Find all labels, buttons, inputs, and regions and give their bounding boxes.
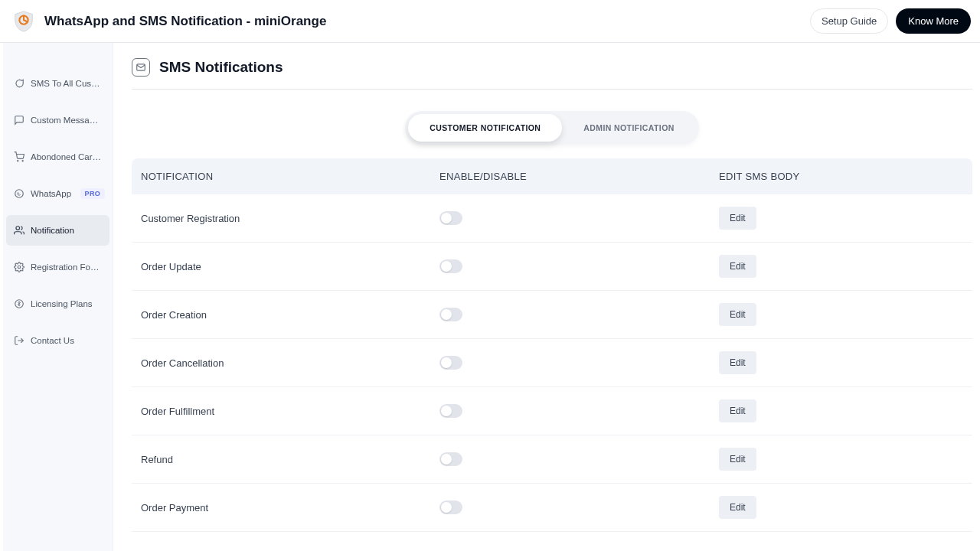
header-left: WhatsApp and SMS Notification - miniOran…	[12, 10, 326, 33]
app-header: WhatsApp and SMS Notification - miniOran…	[0, 0, 980, 43]
whatsapp-icon	[14, 188, 24, 199]
page-title: SMS Notifications	[159, 59, 283, 76]
sidebar-item-label: Contact Us	[31, 336, 74, 345]
notification-tabs: CUSTOMER NOTIFICATION ADMIN NOTIFICATION	[405, 111, 699, 145]
sidebar-item-label: Custom Messages	[31, 116, 102, 125]
sidebar-item-label: Registration Form Set...	[31, 262, 102, 272]
tab-customer-notification[interactable]: CUSTOMER NOTIFICATION	[408, 114, 562, 142]
row-name: Customer Registration	[141, 213, 439, 224]
sidebar-item-label: Licensing Plans	[31, 299, 93, 308]
sidebar-item-licensing-plans[interactable]: Licensing Plans	[6, 289, 109, 319]
svg-point-2	[22, 161, 23, 161]
message-square-icon	[14, 115, 24, 126]
enable-toggle[interactable]	[439, 404, 462, 418]
row-name: Refund	[141, 454, 439, 465]
notifications-table: NOTIFICATION ENABLE/DISABLE EDIT SMS BOD…	[132, 158, 972, 532]
svg-point-1	[18, 161, 18, 161]
users-icon	[14, 225, 24, 236]
svg-point-4	[16, 227, 20, 230]
row-name: Order Creation	[141, 309, 439, 321]
enable-toggle[interactable]	[439, 308, 462, 321]
mail-icon	[132, 58, 150, 77]
sidebar-item-contact-us[interactable]: Contact Us	[6, 325, 109, 356]
sidebar-item-label: Abondoned Cart Noti...	[31, 152, 102, 161]
enable-toggle[interactable]	[439, 259, 462, 273]
column-edit-sms-body: EDIT SMS BODY	[719, 171, 963, 182]
sidebar-item-custom-messages[interactable]: Custom Messages	[6, 105, 109, 135]
edit-button[interactable]: Edit	[719, 255, 756, 278]
table-row: Customer Registration Edit	[132, 194, 972, 243]
pro-badge: PRO	[80, 188, 105, 199]
enable-toggle[interactable]	[439, 500, 462, 514]
sidebar-item-notification[interactable]: Notification	[6, 215, 109, 246]
row-name: Order Payment	[141, 502, 439, 514]
sidebar-item-label: Notification	[31, 226, 74, 235]
svg-point-3	[15, 190, 24, 198]
enable-toggle[interactable]	[439, 452, 462, 466]
page-heading: SMS Notifications	[132, 58, 972, 90]
tabs-container: CUSTOMER NOTIFICATION ADMIN NOTIFICATION	[132, 111, 972, 145]
dollar-icon	[14, 298, 24, 309]
table-row: Order Fulfillment Edit	[132, 387, 972, 435]
edit-button[interactable]: Edit	[719, 351, 756, 374]
sidebar-item-label: WhatsApp	[31, 189, 71, 198]
setup-guide-button[interactable]: Setup Guide	[810, 8, 888, 34]
sidebar-item-registration-form[interactable]: Registration Form Set...	[6, 252, 109, 282]
edit-button[interactable]: Edit	[719, 399, 756, 422]
settings-icon	[14, 262, 24, 272]
column-enable-disable: ENABLE/DISABLE	[439, 171, 719, 182]
table-row: Refund Edit	[132, 435, 972, 484]
edit-button[interactable]: Edit	[719, 496, 756, 519]
edit-button[interactable]: Edit	[719, 207, 756, 230]
table-header: NOTIFICATION ENABLE/DISABLE EDIT SMS BOD…	[132, 158, 972, 194]
sidebar: SMS To All Customers Custom Messages Abo…	[3, 43, 113, 551]
sidebar-item-whatsapp[interactable]: WhatsApp PRO	[6, 178, 109, 209]
edit-button[interactable]: Edit	[719, 448, 756, 471]
table-row: Order Update Edit	[132, 243, 972, 291]
app-title: WhatsApp and SMS Notification - miniOran…	[44, 14, 326, 29]
sidebar-item-abandoned-cart[interactable]: Abondoned Cart Noti...	[6, 142, 109, 172]
chat-bubble-icon	[14, 78, 24, 89]
enable-toggle[interactable]	[439, 356, 462, 370]
shopping-cart-icon	[14, 152, 24, 162]
brand-logo-icon	[12, 10, 35, 33]
column-notification: NOTIFICATION	[141, 171, 439, 182]
row-name: Order Update	[141, 261, 439, 272]
tab-admin-notification[interactable]: ADMIN NOTIFICATION	[562, 114, 695, 142]
edit-button[interactable]: Edit	[719, 303, 756, 326]
sidebar-item-label: SMS To All Customers	[31, 79, 102, 88]
svg-point-5	[18, 266, 21, 269]
row-name: Order Cancellation	[141, 357, 439, 369]
table-row: Order Cancellation Edit	[132, 339, 972, 387]
logout-icon	[14, 335, 24, 346]
header-right: Setup Guide Know More	[810, 8, 971, 34]
main-content: SMS Notifications CUSTOMER NOTIFICATION …	[113, 43, 980, 551]
table-row: Order Creation Edit	[132, 291, 972, 339]
row-name: Order Fulfillment	[141, 406, 439, 417]
sidebar-item-sms-to-all[interactable]: SMS To All Customers	[6, 68, 109, 99]
know-more-button[interactable]: Know More	[896, 8, 971, 34]
enable-toggle[interactable]	[439, 211, 462, 225]
table-row: Order Payment Edit	[132, 484, 972, 532]
